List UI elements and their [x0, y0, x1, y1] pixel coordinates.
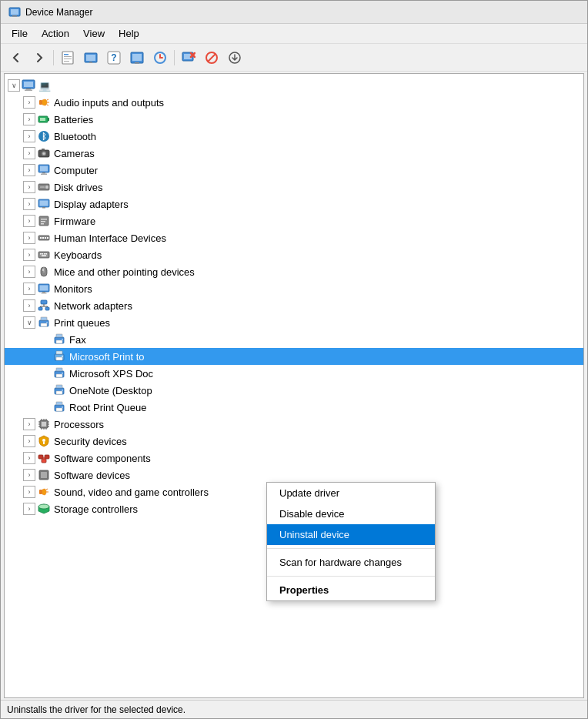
bluetooth-expand[interactable]: › — [23, 130, 35, 142]
sound-label: Sound, video and game controllers — [54, 487, 209, 498]
firmware-expand[interactable]: › — [23, 215, 35, 227]
onenote-icon — [52, 383, 66, 397]
softdev-expand[interactable]: › — [23, 469, 35, 481]
monitors-expand[interactable]: › — [23, 283, 35, 295]
tree-item-mice[interactable]: › Mice and other pointing devices — [5, 263, 583, 280]
svg-point-84 — [46, 322, 48, 323]
update-driver-button[interactable] — [80, 48, 102, 68]
tree-item-audio[interactable]: › Audio inputs and outputs — [5, 94, 583, 111]
svg-rect-73 — [42, 293, 47, 294]
disk-label: Disk drives — [54, 182, 103, 193]
tree-item-print[interactable]: ∨ Print queues — [5, 314, 583, 331]
security-label: Security devices — [54, 436, 127, 447]
softdev-icon — [37, 468, 51, 482]
svg-rect-15 — [135, 62, 139, 64]
help-button[interactable]: ? — [103, 48, 125, 68]
network-expand[interactable]: › — [23, 299, 35, 312]
storage-expand[interactable]: › — [23, 503, 35, 515]
mice-expand[interactable]: › — [23, 266, 35, 278]
computer-expand[interactable]: › — [23, 164, 35, 176]
sound-expand[interactable]: › — [23, 486, 35, 498]
softcomp-expand[interactable]: › — [23, 452, 35, 464]
tree-item-bluetooth[interactable]: › ᛒ Bluetooth — [5, 128, 583, 145]
disable-button[interactable] — [201, 48, 222, 68]
svg-rect-57 — [42, 237, 44, 239]
tree-item-firmware[interactable]: › Firmware — [5, 212, 583, 229]
context-menu-disable-device[interactable]: Disable device — [267, 503, 435, 524]
msprint-icon — [52, 349, 66, 363]
tree-item-msxps[interactable]: Microsoft XPS Doc — [5, 365, 583, 382]
properties-button[interactable] — [57, 48, 79, 68]
disk-expand[interactable]: › — [23, 181, 35, 193]
keyboards-expand[interactable]: › — [23, 249, 35, 261]
svg-rect-53 — [41, 221, 45, 222]
tree-item-hid[interactable]: › Human Interface Devices — [5, 229, 583, 246]
download-button[interactable] — [224, 48, 246, 68]
svg-rect-49 — [40, 201, 48, 206]
tree-view[interactable]: ∨ 💻 › — [4, 73, 584, 698]
processors-expand[interactable]: › — [23, 418, 35, 430]
svg-rect-34 — [40, 118, 45, 121]
context-menu-update-driver[interactable]: Update driver — [267, 483, 435, 503]
svg-rect-123 — [42, 459, 46, 463]
display-expand[interactable]: › — [23, 198, 35, 210]
context-menu-uninstall-device[interactable]: Uninstall device — [267, 524, 435, 545]
context-menu-scan-hardware[interactable]: Scan for hardware changes — [267, 552, 435, 573]
rootprint-icon — [52, 400, 66, 414]
svg-rect-122 — [45, 455, 49, 459]
sound-icon — [37, 485, 51, 499]
tree-item-batteries[interactable]: › Batteries — [5, 111, 583, 128]
tree-item-security[interactable]: › Security devices — [5, 433, 583, 450]
tree-item-fax[interactable]: Fax — [5, 331, 583, 348]
tree-root[interactable]: ∨ 💻 — [5, 77, 583, 94]
processors-label: Processors — [54, 419, 104, 430]
svg-rect-59 — [47, 237, 48, 239]
status-bar: Uninstalls the driver for the selected d… — [1, 700, 587, 718]
tree-item-cameras[interactable]: › Cameras — [5, 145, 583, 162]
svg-rect-95 — [56, 374, 62, 377]
scan-button[interactable] — [149, 48, 171, 68]
forward-button[interactable] — [28, 48, 50, 68]
batteries-label: Batteries — [54, 114, 93, 125]
toolbar: ? — [1, 44, 587, 72]
bluetooth-icon: ᛒ — [37, 129, 51, 143]
audio-expand[interactable]: › — [23, 96, 35, 109]
tree-item-keyboards[interactable]: › Keyboards — [5, 246, 583, 263]
security-expand[interactable]: › — [23, 435, 35, 447]
uninstall-button[interactable] — [178, 48, 199, 68]
tree-item-processors[interactable]: › — [5, 416, 583, 433]
softdev-label: Software devices — [54, 470, 130, 481]
tree-item-monitors[interactable]: › Monitors — [5, 280, 583, 297]
context-menu: Update driver Disable device Uninstall d… — [266, 482, 436, 601]
root-expand[interactable]: ∨ — [8, 79, 20, 92]
cameras-expand[interactable]: › — [23, 147, 35, 159]
menu-help[interactable]: Help — [112, 26, 145, 41]
hid-expand[interactable]: › — [23, 232, 35, 244]
fax-icon — [52, 333, 66, 346]
menu-action[interactable]: Action — [35, 26, 75, 41]
security-icon — [37, 434, 51, 448]
svg-rect-90 — [56, 351, 62, 354]
tree-container: ∨ 💻 › — [5, 74, 583, 520]
tree-item-disk[interactable]: › Disk drives — [5, 179, 583, 196]
batteries-expand[interactable]: › — [23, 113, 35, 125]
tree-item-softcomp[interactable]: › Software components — [5, 450, 583, 467]
tree-item-msprint[interactable]: Microsoft Print to — [5, 348, 583, 365]
root-label: 💻 — [38, 80, 51, 92]
computer-label: Computer — [54, 165, 98, 176]
svg-rect-52 — [41, 219, 47, 220]
context-menu-properties[interactable]: Properties — [267, 580, 435, 600]
tree-item-softdev[interactable]: › Software devices — [5, 467, 583, 483]
tree-item-display[interactable]: › Display adapters — [5, 196, 583, 212]
show-hidden-button[interactable] — [126, 48, 148, 68]
tree-item-network[interactable]: › Network adapters — [5, 297, 583, 314]
menu-file[interactable]: File — [5, 26, 34, 41]
tree-item-rootprint[interactable]: Root Print Queue — [5, 399, 583, 416]
menu-view[interactable]: View — [77, 26, 111, 41]
svg-rect-4 — [64, 54, 68, 55]
tree-item-onenote[interactable]: OneNote (Desktop — [5, 382, 583, 399]
svg-rect-3 — [62, 52, 73, 64]
back-button[interactable] — [5, 48, 27, 68]
print-expand[interactable]: ∨ — [23, 316, 35, 329]
tree-item-computer[interactable]: › Computer — [5, 162, 583, 179]
